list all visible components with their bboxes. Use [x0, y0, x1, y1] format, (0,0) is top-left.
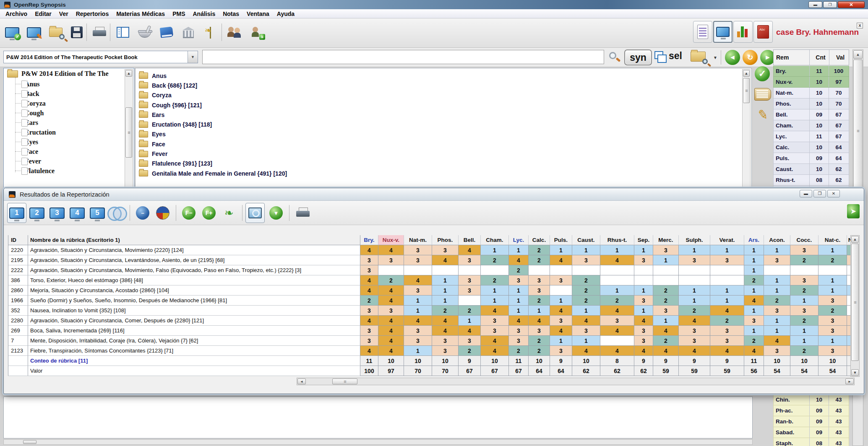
scrollbar-thumb[interactable]: ≡ [851, 244, 859, 361]
grade-cell[interactable]: 3 [509, 326, 529, 336]
remedy-row[interactable]: Cham.1067 [773, 120, 849, 131]
grade-cell[interactable]: 3 [818, 346, 847, 356]
grade-cell[interactable]: 3 [378, 306, 404, 316]
list-item[interactable]: Back {686} [122] [136, 80, 751, 90]
grade-cell[interactable]: 3 [481, 316, 509, 326]
view-3-button[interactable]: 3 [47, 203, 67, 223]
patients-button[interactable] [225, 22, 244, 42]
grade-cell[interactable]: 1 [550, 336, 572, 346]
grade-cell[interactable]: 1 [481, 296, 509, 306]
grade-cell[interactable] [600, 265, 634, 275]
grade-cell[interactable]: 3 [790, 306, 818, 316]
scroll-up-icon[interactable]: ▲ [743, 70, 750, 77]
remedy-column-header[interactable]: Merc. [653, 235, 679, 245]
screen-view-toggle[interactable] [713, 21, 732, 43]
rubric-row[interactable]: 269Boca, Saliva, Incrementada {269} [116… [8, 326, 854, 336]
remedy-column-header[interactable]: Nux-v. [378, 235, 404, 245]
grade-cell[interactable]: 3 [790, 275, 818, 285]
remedy-column-header[interactable]: Caust. [572, 235, 600, 245]
grade-cell[interactable]: 3 [818, 326, 847, 336]
rubric-row[interactable]: 352Nausea, Inclination to Vomit {352} [1… [8, 306, 854, 316]
remedy-row[interactable]: Ran-b.0943 [773, 416, 849, 427]
grade-cell[interactable]: 4 [679, 346, 710, 356]
grade-cell[interactable]: 1 [818, 336, 847, 346]
notes-view-toggle[interactable] [693, 21, 712, 43]
grade-cell[interactable]: 2 [529, 346, 550, 356]
list-item[interactable]: Fever [136, 149, 751, 158]
rubric-name-header[interactable]: Nombre de la rúbrica (Escritorio 1) [28, 235, 360, 245]
remedy-column-header[interactable]: Puls. [550, 235, 572, 245]
grade-cell[interactable]: 4 [360, 346, 378, 356]
grade-cell[interactable]: 2 [572, 285, 600, 296]
grade-cell[interactable]: 2 [459, 346, 481, 356]
rubric-row[interactable]: 7Mente, Disposición, Irritabilidad, Cora… [8, 336, 854, 346]
grade-cell[interactable]: 1 [550, 296, 572, 306]
grade-cell[interactable] [432, 265, 459, 275]
grade-cell[interactable] [790, 265, 818, 275]
close-button[interactable]: ✕ [838, 1, 865, 8]
grade-cell[interactable]: 1 [432, 296, 459, 306]
remedy-row[interactable]: Nux-v.1097 [773, 77, 849, 88]
grade-cell[interactable]: 2 [744, 336, 764, 346]
grade-cell[interactable] [818, 265, 847, 275]
scrollbar-thumb[interactable] [23, 440, 36, 444]
results-vertical-scrollbar[interactable]: ▲ ≡ ▼ [850, 235, 860, 377]
refresh-button[interactable]: ↻ [743, 50, 758, 65]
grade-cell[interactable]: 4 [378, 245, 404, 255]
rubric-row[interactable]: 2195Agravación, Situación y Circunstanci… [8, 255, 854, 265]
grade-cell[interactable] [679, 265, 710, 275]
grade-cell[interactable]: 4 [404, 275, 432, 285]
grade-cell[interactable]: 1 [653, 255, 679, 265]
grade-cell[interactable]: 3 [634, 255, 653, 265]
scroll-up-icon[interactable]: ▲ [851, 236, 859, 243]
menu-item[interactable]: Ayuda [273, 9, 298, 18]
grade-cell[interactable] [634, 265, 653, 275]
grade-cell[interactable]: 1 [679, 245, 710, 255]
grade-cell[interactable]: 4 [634, 346, 653, 356]
export-button[interactable]: ▼ [266, 203, 286, 223]
grade-cell[interactable]: 1 [764, 245, 790, 255]
remedy-column-header[interactable]: Lyc. [509, 235, 529, 245]
open-book-icon[interactable] [754, 88, 771, 101]
grade-cell[interactable]: 2 [790, 255, 818, 265]
grade-cell[interactable]: 4 [432, 255, 459, 265]
menu-item[interactable]: Análisis [189, 9, 219, 18]
grade-cell[interactable]: 2 [432, 306, 459, 316]
grade-cell[interactable]: 1 [404, 296, 432, 306]
grade-cell[interactable]: 1 [653, 316, 679, 326]
scrollbar-thumb[interactable]: ≡ [743, 78, 750, 103]
grade-cell[interactable]: 3 [818, 296, 847, 306]
grade-cell[interactable]: 2 [790, 285, 818, 296]
grade-cell[interactable]: 1 [572, 245, 600, 255]
grade-cell[interactable]: 3 [790, 245, 818, 255]
grade-cell[interactable]: 1 [764, 275, 790, 285]
chevron-down-icon[interactable]: ▼ [188, 51, 198, 63]
grade-cell[interactable]: 4 [360, 316, 378, 326]
remedy-row[interactable]: Nat-m.1070 [773, 88, 849, 99]
grade-cell[interactable]: 3 [529, 275, 550, 285]
menu-item[interactable]: Ver [55, 9, 72, 18]
menu-item[interactable]: Repertorios [72, 9, 113, 18]
remedy-row[interactable]: Sabad.0943 [773, 427, 849, 438]
grade-cell[interactable]: 2 [790, 316, 818, 326]
grade-cell[interactable]: 1 [481, 245, 509, 255]
dialog-minimize-button[interactable]: ▬ [800, 190, 812, 197]
title-bar[interactable]: OpenRep Synopsis ▬ ❐ ✕ [0, 0, 868, 9]
grade-cell[interactable] [653, 265, 679, 275]
grade-cell[interactable]: 1 [764, 285, 790, 296]
windows-stack-icon[interactable] [654, 51, 665, 62]
count-col-header[interactable]: Cnt [810, 50, 829, 65]
grade-cell[interactable] [600, 336, 634, 346]
grade-cell[interactable]: 1 [744, 265, 764, 275]
scroll-right-icon[interactable]: ► [845, 379, 854, 384]
grade-cell[interactable]: 1 [634, 306, 653, 316]
remedy-column-header[interactable]: Cocc. [790, 235, 818, 245]
grade-cell[interactable]: 4 [481, 346, 509, 356]
remedy-row[interactable]: Bell.0967 [773, 109, 849, 120]
list-item[interactable]: Eyes [136, 130, 751, 139]
grade-cell[interactable]: 4 [634, 316, 653, 326]
grade-cell[interactable]: 1 [509, 285, 529, 296]
grade-cell[interactable] [459, 296, 481, 306]
grade-cell[interactable]: 3 [432, 346, 459, 356]
grade-cell[interactable]: 3 [509, 336, 529, 346]
